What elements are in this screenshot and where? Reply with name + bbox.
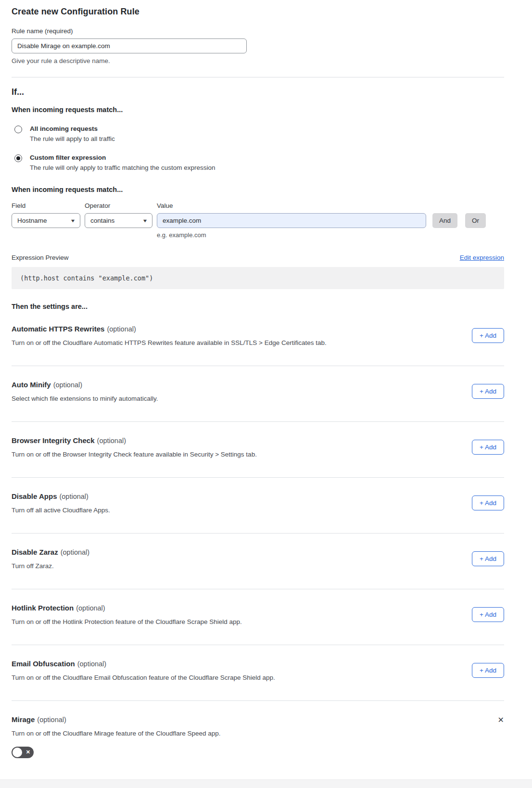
setting-title: Disable Zaraz(optional) [12, 548, 472, 556]
radio-option-label: All incoming requests [30, 125, 115, 132]
matcher-heading: When incoming requests match... [12, 186, 504, 193]
setting-title: Mirage(optional) [12, 715, 498, 724]
optional-suffix: (optional) [107, 325, 136, 333]
add-button[interactable]: + Add [472, 551, 504, 566]
setting-mirage: Mirage(optional) Turn on or off the Clou… [12, 701, 504, 760]
optional-suffix: (optional) [97, 437, 126, 445]
optional-suffix: (optional) [61, 548, 89, 556]
expression-preview-code: (http.host contains "example.com") [12, 267, 504, 289]
page-title: Create new Configuration Rule [12, 0, 504, 17]
settings-heading: Then the settings are... [12, 303, 504, 310]
add-button[interactable]: + Add [472, 384, 504, 399]
value-label: Value [157, 202, 173, 209]
setting-disable-apps: Disable Apps(optional) Turn off all acti… [12, 478, 504, 534]
radio-unselected-icon[interactable] [14, 126, 22, 133]
setting-title: Browser Integrity Check(optional) [12, 436, 472, 445]
add-button[interactable]: + Add [472, 496, 504, 510]
create-configuration-rule-form: Create new Configuration Rule Rule name … [12, 0, 504, 760]
setting-description: Turn on or off the Browser Integrity Che… [12, 451, 472, 458]
rule-name-group: Rule name (required) Give your rule a de… [12, 27, 504, 64]
radio-option-description: The rule will only apply to traffic matc… [30, 164, 215, 171]
radio-option-label: Custom filter expression [30, 154, 215, 161]
value-hint: e.g. example.com [157, 231, 504, 239]
toggle-off-x-icon: ✕ [26, 749, 30, 755]
optional-suffix: (optional) [59, 493, 88, 500]
add-button[interactable]: + Add [472, 607, 504, 622]
setting-disable-zaraz: Disable Zaraz(optional) Turn off Zaraz. … [12, 534, 504, 589]
setting-email-obfuscation: Email Obfuscation(optional) Turn on or o… [12, 645, 504, 701]
setting-title: Automatic HTTPS Rewrites(optional) [12, 325, 472, 333]
setting-description: Select which file extensions to minify a… [12, 395, 472, 402]
mirage-toggle-off[interactable]: ✕ [12, 747, 34, 758]
optional-suffix: (optional) [76, 604, 105, 612]
expression-preview-header: Expression Preview Edit expression [12, 254, 504, 261]
chevron-down-icon: ▼ [70, 218, 76, 223]
chevron-down-icon: ▼ [142, 218, 148, 223]
rule-name-label: Rule name (required) [12, 27, 504, 35]
setting-title: Email Obfuscation(optional) [12, 660, 472, 668]
operator-label: Operator [85, 202, 157, 209]
optional-suffix: (optional) [53, 381, 82, 389]
or-button[interactable]: Or [465, 213, 486, 228]
toggle-knob [13, 748, 22, 757]
rule-name-input[interactable] [12, 38, 247, 53]
field-select[interactable]: Hostname ▼ [12, 213, 80, 228]
radio-selected-icon[interactable] [14, 154, 22, 162]
operator-select-value: contains [90, 217, 114, 224]
add-button[interactable]: + Add [472, 663, 504, 678]
edit-expression-link[interactable]: Edit expression [460, 254, 504, 261]
add-button[interactable]: + Add [472, 328, 504, 343]
radio-option-description: The rule will apply to all traffic [30, 135, 115, 142]
optional-suffix: (optional) [37, 716, 66, 724]
matcher-row: Hostname ▼ contains ▼ And Or [12, 213, 504, 228]
setting-hotlink-protection: Hotlink Protection(optional) Turn on or … [12, 589, 504, 645]
setting-description: Turn on or off the Cloudflare Automatic … [12, 339, 472, 346]
setting-title: Auto Minify(optional) [12, 381, 472, 389]
expression-preview-label: Expression Preview [12, 254, 69, 261]
footer-strip [0, 779, 532, 788]
field-select-value: Hostname [17, 217, 47, 224]
setting-automatic-https-rewrites: Automatic HTTPS Rewrites(optional) Turn … [12, 310, 504, 366]
field-label: Field [12, 202, 85, 209]
setting-description: Turn off Zaraz. [12, 562, 472, 570]
setting-description: Turn on or off the Cloudflare Mirage fea… [12, 730, 498, 737]
setting-auto-minify: Auto Minify(optional) Select which file … [12, 366, 504, 422]
radio-option-all-incoming-requests[interactable]: All incoming requests The rule will appl… [14, 125, 504, 142]
setting-title: Disable Apps(optional) [12, 492, 472, 500]
setting-description: Turn on or off the Cloudflare Email Obfu… [12, 674, 472, 681]
setting-description: Turn off all active Cloudflare Apps. [12, 507, 472, 514]
and-button[interactable]: And [432, 213, 457, 228]
optional-suffix: (optional) [77, 660, 106, 668]
if-heading: If... [12, 87, 504, 97]
matcher-column-labels: Field Operator Value [12, 202, 504, 209]
close-icon[interactable]: ✕ [498, 716, 504, 724]
rule-name-help: Give your rule a descriptive name. [12, 57, 504, 64]
match-subheading: When incoming requests match... [12, 106, 504, 114]
radio-option-custom-filter-expression[interactable]: Custom filter expression The rule will o… [14, 154, 504, 171]
setting-browser-integrity-check: Browser Integrity Check(optional) Turn o… [12, 422, 504, 478]
section-divider [12, 77, 504, 77]
setting-description: Turn on or off the Hotlink Protection fe… [12, 618, 472, 625]
value-input[interactable] [157, 213, 426, 228]
operator-select[interactable]: contains ▼ [85, 213, 152, 228]
add-button[interactable]: + Add [472, 440, 504, 455]
setting-title: Hotlink Protection(optional) [12, 604, 472, 612]
